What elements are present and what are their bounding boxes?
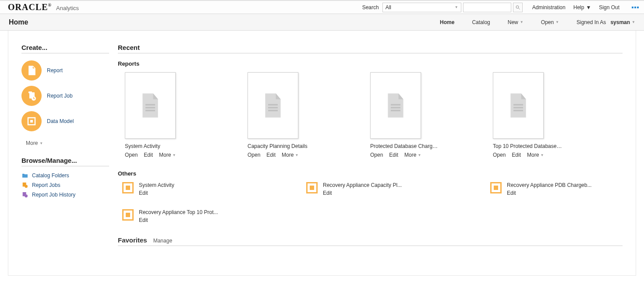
nav-home[interactable]: Home [440,19,454,25]
help-link[interactable]: Help▼ [573,4,591,11]
report-thumbnail[interactable] [125,72,176,139]
report-open-link[interactable]: Open [125,152,138,158]
svg-rect-11 [145,104,155,105]
user-menu[interactable]: sysman▼ [610,19,635,25]
svg-point-0 [516,6,519,8]
search-scope-select[interactable]: All ▼ [382,3,461,12]
report-more-link[interactable]: More▼ [159,152,176,158]
create-list: Report Report Job Data Model [21,58,109,134]
other-edit-link[interactable]: Edit [139,217,148,223]
signed-in-label: Signed In As [577,19,606,25]
other-item: Recovery Appliance PDB Chargeb... Edit [490,182,622,196]
chevron-down-icon: ▼ [520,20,524,24]
signout-link[interactable]: Sign Out [599,4,619,11]
report-thumbnail[interactable] [370,72,421,139]
svg-rect-20 [513,104,523,105]
svg-rect-3 [28,91,32,93]
favorites-row: Favorites Manage [118,236,623,246]
report-edit-link[interactable]: Edit [512,152,521,158]
report-edit-link[interactable]: Edit [144,152,153,158]
data-model-icon[interactable] [122,209,134,221]
search-button[interactable] [513,3,523,12]
browse-report-job-history[interactable]: Report Job History [21,190,109,200]
browse-section-title: Browse/Manage... [21,157,109,166]
search-input[interactable] [463,3,511,12]
create-item-label: Data Model [47,118,74,124]
folder-icon [21,172,28,179]
create-item-data-model[interactable]: Data Model [21,109,109,134]
chevron-down-icon: ▼ [632,20,635,24]
chevron-down-icon: ▼ [455,5,458,9]
report-more-link[interactable]: More▼ [527,152,544,158]
top-bar: ORACLE® Analytics Search All ▼ Administr… [0,0,644,14]
other-edit-link[interactable]: Edit [507,190,516,196]
browse-item-label: Report Job History [32,192,75,198]
report-title: Protected Database Chargeback ... [370,143,440,149]
report-actions: Open Edit More▼ [248,152,318,158]
report-card: Protected Database Chargeback ... Open E… [370,72,440,158]
create-item-label: Report Job [47,93,73,99]
chevron-down-icon: ▼ [295,153,298,157]
administration-link[interactable]: Administration [532,4,566,11]
job-icon [21,182,28,189]
chevron-down-icon: ▼ [418,153,421,157]
report-open-link[interactable]: Open [493,152,506,158]
reports-row: System Activity Open Edit More▼ Capacity… [118,72,623,158]
nav-catalog[interactable]: Catalog [472,19,490,25]
data-model-icon[interactable] [306,182,318,193]
report-open-link[interactable]: Open [370,152,383,158]
svg-rect-18 [391,107,400,108]
nav-open[interactable]: Open▼ [541,19,559,25]
report-title: Capacity Planning Details [248,143,318,149]
create-item-report[interactable]: Report [21,58,109,83]
browse-report-jobs[interactable]: Report Jobs [21,180,109,190]
other-title: System Activity [139,182,174,188]
report-edit-link[interactable]: Edit [389,152,398,158]
report-more-link[interactable]: More▼ [282,152,298,158]
report-card: System Activity Open Edit More▼ [125,72,195,158]
other-title: Recovery Appliance Capacity Pl... [323,182,402,188]
document-icon [386,93,405,118]
other-edit-link[interactable]: Edit [323,190,332,196]
report-thumbnail[interactable] [248,72,298,139]
reports-subtitle: Reports [118,60,623,67]
report-title: Top 10 Protected Databases by ... [493,143,563,149]
data-model-icon[interactable] [122,182,134,193]
svg-point-8 [25,185,28,188]
chevron-down-icon: ▼ [39,141,43,145]
browse-item-label: Catalog Folders [32,172,69,179]
svg-point-10 [25,194,28,197]
nav-new[interactable]: New▼ [508,19,524,25]
browse-catalog-folders[interactable]: Catalog Folders [21,171,109,180]
sub-nav-links: Home Catalog New▼ Open▼ Signed In As sys… [440,19,635,25]
search-scope-value: All [386,4,391,11]
favorites-title: Favorites [118,236,147,244]
report-edit-link[interactable]: Edit [266,152,276,158]
document-icon [263,93,283,118]
browse-item-label: Report Jobs [32,182,60,188]
accessibility-icon[interactable] [632,7,639,8]
data-model-icon[interactable] [490,182,502,193]
report-icon [21,60,42,81]
others-subtitle: Others [118,170,623,177]
svg-rect-6 [30,120,33,123]
others-grid: System Activity Edit Recovery Appliance … [118,182,623,223]
create-item-report-job[interactable]: Report Job [21,83,109,109]
report-open-link[interactable]: Open [248,152,260,158]
chevron-down-icon: ▼ [172,153,176,157]
report-thumbnail[interactable] [493,72,544,139]
svg-rect-15 [268,107,278,108]
report-more-link[interactable]: More▼ [404,152,421,158]
svg-rect-12 [145,107,155,108]
brand-wrap: ORACLE® Analytics [8,2,79,12]
create-more-link[interactable]: More▼ [26,140,109,146]
favorites-manage-link[interactable]: Manage [153,238,172,244]
report-card: Top 10 Protected Databases by ... Open E… [493,72,563,158]
search-icon [515,5,520,10]
report-actions: Open Edit More▼ [370,152,440,158]
other-edit-link[interactable]: Edit [139,190,148,196]
create-item-label: Report [47,67,63,74]
other-item: System Activity Edit [122,182,254,196]
document-icon [509,93,528,118]
other-title: Recovery Appliance PDB Chargeb... [507,182,591,188]
